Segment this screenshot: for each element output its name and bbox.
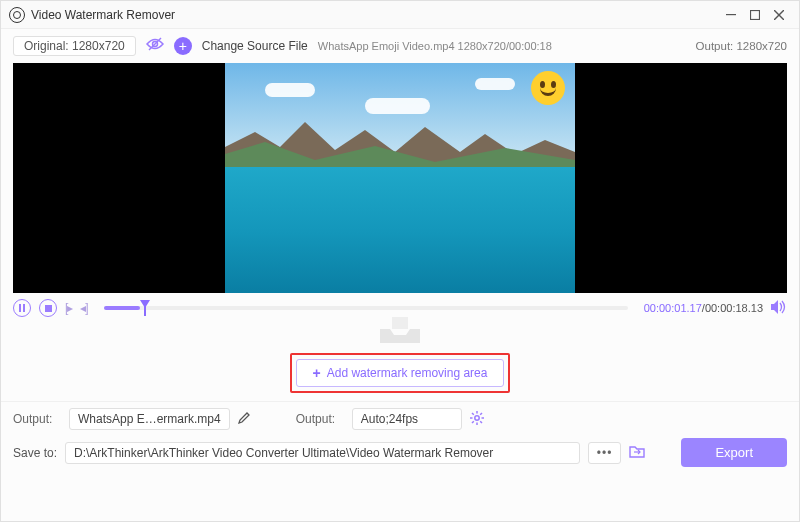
video-preview-stage	[13, 63, 787, 293]
watermark-area-panel: + Add watermark removing area	[1, 323, 799, 401]
folder-icon	[629, 445, 645, 458]
total-time: /00:00:18.13	[702, 302, 763, 314]
svg-rect-0	[726, 14, 736, 15]
stop-button[interactable]	[39, 299, 57, 317]
output-resolution: Output: 1280x720	[696, 40, 787, 52]
app-logo-icon	[9, 7, 25, 23]
seek-fill	[104, 306, 141, 310]
output-settings-button[interactable]	[470, 411, 484, 428]
output-filename: WhatsApp E…ermark.mp4	[69, 408, 230, 430]
titlebar: Video Watermark Remover	[1, 1, 799, 29]
rename-button[interactable]	[238, 412, 250, 427]
pencil-icon	[238, 412, 250, 424]
plus-icon: +	[313, 365, 321, 381]
export-button[interactable]: Export	[681, 438, 787, 467]
svg-line-14	[472, 413, 474, 415]
output-row: Output: WhatsApp E…ermark.mp4 Output: Au…	[13, 408, 787, 430]
app-window: Video Watermark Remover Original: 1280x7…	[0, 0, 800, 522]
add-watermark-area-button[interactable]: + Add watermark removing area	[296, 359, 505, 387]
open-folder-button[interactable]	[629, 445, 645, 461]
time-display: 00:00:01.17/00:00:18.13	[644, 302, 763, 314]
source-file-info: WhatsApp Emoji Video.mp4 1280x720/00:00:…	[318, 40, 552, 52]
scene-water	[225, 167, 575, 294]
preview-toggle-icon[interactable]	[146, 37, 164, 55]
svg-point-9	[475, 415, 479, 419]
stop-icon	[45, 305, 52, 312]
minimize-icon	[726, 10, 736, 20]
video-frame[interactable]	[225, 63, 575, 293]
pause-icon	[18, 304, 26, 312]
save-to-label: Save to:	[13, 446, 57, 460]
maximize-button[interactable]	[743, 3, 767, 27]
add-area-highlight: + Add watermark removing area	[290, 353, 511, 393]
add-area-label: Add watermark removing area	[327, 366, 488, 380]
browse-button[interactable]: •••	[588, 442, 622, 464]
volume-button[interactable]	[771, 300, 787, 317]
output-format[interactable]: Auto;24fps	[352, 408, 462, 430]
svg-line-15	[480, 421, 482, 423]
svg-line-17	[472, 421, 474, 423]
mark-out-button[interactable]: ◂]	[80, 301, 87, 315]
bottom-panel: Output: WhatsApp E…ermark.mp4 Output: Au…	[1, 401, 799, 477]
save-row: Save to: D:\ArkThinker\ArkThinker Video …	[13, 438, 787, 467]
save-path-input[interactable]: D:\ArkThinker\ArkThinker Video Converter…	[65, 442, 580, 464]
close-button[interactable]	[767, 3, 791, 27]
top-toolbar: Original: 1280x720 + Change Source File …	[1, 29, 799, 59]
pause-button[interactable]	[13, 299, 31, 317]
maximize-icon	[750, 10, 760, 20]
volume-icon	[771, 300, 787, 314]
original-resolution: Original: 1280x720	[13, 36, 136, 56]
current-time: 00:00:01.17	[644, 302, 702, 314]
app-title: Video Watermark Remover	[31, 8, 719, 22]
scene-mountains	[225, 112, 575, 167]
close-icon	[774, 10, 784, 20]
gear-icon	[470, 411, 484, 425]
tray-icon	[378, 315, 422, 345]
mark-in-button[interactable]: [▸	[65, 301, 72, 315]
emoji-watermark-icon	[531, 71, 565, 105]
svg-rect-7	[23, 304, 25, 312]
svg-line-16	[480, 413, 482, 415]
svg-rect-6	[19, 304, 21, 312]
seek-thumb[interactable]	[140, 300, 150, 314]
change-source-label[interactable]: Change Source File	[202, 39, 308, 53]
output-file-label: Output:	[13, 412, 61, 426]
minimize-button[interactable]	[719, 3, 743, 27]
svg-rect-1	[751, 10, 760, 19]
svg-rect-8	[45, 305, 52, 312]
output-format-label: Output:	[296, 412, 344, 426]
seek-slider[interactable]	[104, 306, 628, 310]
change-source-plus-icon[interactable]: +	[174, 37, 192, 55]
